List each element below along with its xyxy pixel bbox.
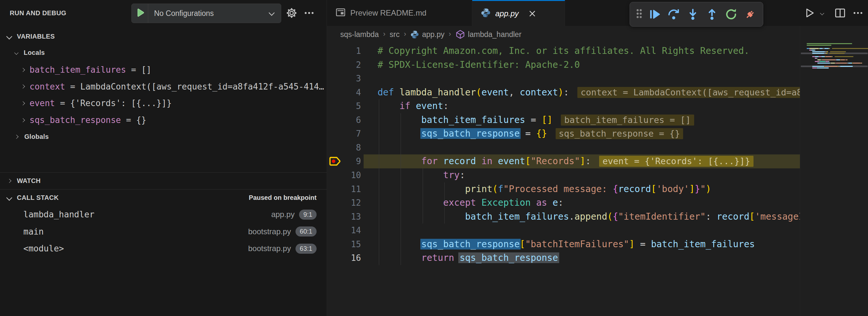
call-stack-section-header[interactable]: CALL STACK Paused on breakpoint	[0, 190, 327, 206]
sidebar-header: RUN AND DEBUG No Configurations	[0, 0, 327, 26]
line-number: 16	[338, 251, 361, 265]
watch-label: WATCH	[17, 177, 40, 185]
chevron-down-icon	[6, 195, 12, 200]
breadcrumb-item-sqs-lambda[interactable]: sqs-lambda	[340, 30, 379, 39]
breakpoint-current-icon[interactable]	[329, 156, 342, 168]
breadcrumb-separator: ›	[404, 30, 406, 38]
variable-row-context[interactable]: context = LambdaContext([aws_request_id=…	[0, 80, 327, 94]
line-number: 11	[338, 182, 361, 196]
more-actions-icon[interactable]	[302, 0, 317, 26]
frame-position-badge: 60:1	[296, 226, 317, 236]
stack-frame-row[interactable]: main bootstrap.py 60:1	[0, 224, 327, 239]
variable-name: batch_item_failures	[30, 65, 126, 74]
variable-name: event	[30, 98, 55, 108]
run-icon[interactable]	[802, 7, 816, 19]
close-icon[interactable]	[528, 9, 537, 18]
variable-value: {}	[136, 115, 146, 125]
debug-config-dropdown[interactable]: No Configurations	[131, 4, 281, 23]
chevron-down-icon	[6, 33, 12, 39]
stack-frame-row[interactable]: lambda_handler app.py 9:1	[0, 207, 327, 222]
python-icon	[410, 30, 419, 39]
line-number: 7	[338, 127, 361, 141]
split-editor-icon[interactable]	[833, 7, 847, 19]
frame-name: main	[23, 227, 44, 236]
variable-value: []	[141, 65, 151, 74]
frame-file: app.py	[271, 210, 294, 219]
start-debug-button[interactable]	[132, 4, 148, 23]
python-icon	[481, 8, 491, 19]
variable-name: sqs_batch_response	[30, 115, 121, 125]
code-editor[interactable]: sqs-lambda› src› app.py› lambda_handler …	[327, 26, 868, 316]
play-icon	[135, 8, 145, 19]
editor-actions	[802, 0, 865, 26]
code-line-2: # SPDX-License-Identifier: Apache-2.0	[378, 58, 580, 72]
debug-inline-value: sqs_batch_response = {}	[556, 128, 683, 139]
variable-name: context	[30, 82, 65, 92]
line-number: 4	[338, 86, 361, 100]
variable-row-event[interactable]: event = {'Records': [{...}]}	[0, 96, 327, 110]
breadcrumb-separator: ›	[383, 30, 385, 38]
gripper-icon[interactable]	[636, 7, 643, 21]
line-number: 13	[338, 210, 361, 224]
frame-name: <module>	[23, 244, 64, 253]
stack-frame-row[interactable]: <module> bootstrap.py 63:1	[0, 242, 327, 256]
variable-row-batch_item_failures[interactable]: batch_item_failures = []	[0, 63, 327, 77]
line-number: 3	[338, 72, 361, 86]
code-line-13: batch_item_failures.append({"itemIdentif…	[378, 210, 831, 224]
line-number: 8	[338, 141, 361, 155]
vscode-debug-window: RUN AND DEBUG No Configurations	[0, 0, 868, 316]
breadcrumb-item-lambda-handler[interactable]: lambda_handler	[456, 30, 522, 39]
debug-continue-icon[interactable]	[647, 5, 662, 23]
chevron-down-icon	[269, 10, 274, 15]
code-line-4: def lambda_handler(event, context):conte…	[378, 86, 868, 100]
preview-icon	[335, 7, 346, 19]
code-line-5: if event:	[378, 99, 448, 113]
chevron-down-icon[interactable]	[816, 12, 828, 14]
line-number: 14	[338, 224, 361, 238]
call-stack-label: CALL STACK	[17, 194, 59, 201]
tab-label: Preview README.md	[350, 8, 427, 18]
globals-label: Globals	[24, 133, 49, 140]
line-number: 6	[338, 113, 361, 127]
tab-app-py[interactable]: app.py	[472, 0, 565, 26]
editor-tab-bar: Preview README.md app.py	[327, 0, 868, 26]
section-divider	[0, 172, 327, 172]
globals-group[interactable]: Globals	[0, 129, 327, 144]
line-number: 12	[338, 196, 361, 210]
chevron-right-icon	[21, 101, 25, 105]
variable-value: {'Records': [{...}]}	[70, 98, 172, 108]
debug-step-into-icon[interactable]	[686, 5, 700, 23]
tab-label: app.py	[495, 9, 519, 18]
chevron-right-icon	[7, 179, 11, 183]
frame-position-badge: 9:1	[299, 210, 317, 220]
variables-section-header[interactable]: VARIABLES	[0, 29, 327, 43]
locals-label: Locals	[24, 49, 45, 57]
line-number: 10	[338, 168, 361, 182]
debug-toolbar	[629, 2, 763, 27]
code-line-9: for record in event["Records"]:event = {…	[378, 154, 753, 168]
debug-step-over-icon[interactable]	[666, 5, 681, 23]
debug-step-out-icon[interactable]	[705, 5, 719, 23]
ellipsis-icon[interactable]	[851, 7, 865, 19]
chevron-right-icon	[14, 135, 19, 139]
line-number: 1	[338, 44, 361, 58]
watch-section-header[interactable]: WATCH	[0, 173, 327, 189]
code-line-7: sqs_batch_response = {}sqs_batch_respons…	[378, 127, 683, 141]
breadcrumb-item-app-py[interactable]: app.py	[410, 30, 444, 39]
debug-inline-value: batch_item_failures = []	[561, 115, 694, 126]
code-line-10: try:	[378, 168, 465, 182]
editor-region: Preview README.md app.py sqs	[327, 0, 868, 316]
debug-restart-icon[interactable]	[724, 5, 738, 23]
run-and-debug-sidebar: RUN AND DEBUG No Configurations	[0, 0, 327, 316]
code-line-16: return sqs_batch_response	[378, 251, 558, 265]
gear-icon[interactable]	[285, 0, 299, 26]
minimap[interactable]	[800, 26, 868, 316]
locals-group[interactable]: Locals	[0, 45, 327, 60]
debug-disconnect-icon[interactable]	[743, 5, 757, 23]
breadcrumb-item-src[interactable]: src	[390, 30, 400, 39]
tab-preview-readme-md[interactable]: Preview README.md	[327, 0, 472, 26]
chevron-right-icon	[21, 118, 25, 122]
breadcrumb: sqs-lambda› src› app.py› lambda_handler	[340, 26, 522, 43]
variable-row-sqs_batch_response[interactable]: sqs_batch_response = {}	[0, 113, 327, 127]
variable-value: LambdaContext([aws_request_id=a8fa412f-a…	[81, 82, 324, 92]
